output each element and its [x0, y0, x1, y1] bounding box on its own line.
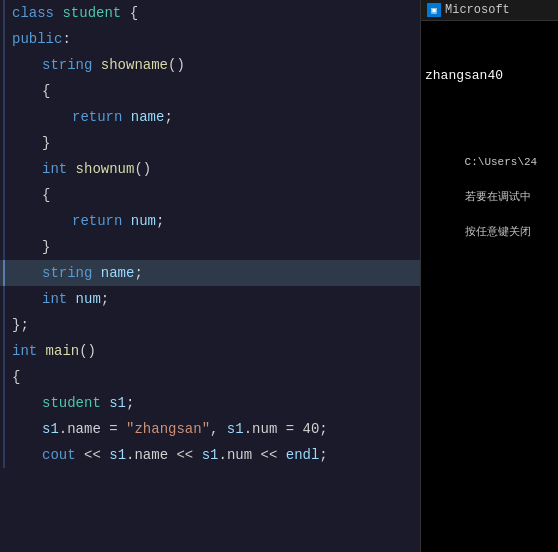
code-text: int main() — [8, 338, 96, 364]
code-line: } — [0, 130, 420, 156]
code-text: { — [8, 182, 50, 208]
code-line: } — [0, 234, 420, 260]
console-output: zhangsan40 — [425, 66, 554, 86]
code-line: { — [0, 78, 420, 104]
code-line: cout << s1.name << s1.num << endl; — [0, 442, 420, 468]
code-line: { — [0, 182, 420, 208]
code-line: student s1; — [0, 390, 420, 416]
code-text: int num; — [8, 286, 109, 312]
code-text: { — [8, 78, 50, 104]
code-text: string name; — [8, 260, 143, 286]
code-line: return num; — [0, 208, 420, 234]
code-text: return num; — [8, 208, 164, 234]
code-text: } — [8, 130, 50, 156]
code-text: s1.name = "zhangsan", s1.num = 40; — [8, 416, 328, 442]
code-editor[interactable]: class student {public:string showname(){… — [0, 0, 420, 552]
code-text: } — [8, 234, 50, 260]
console-icon: ▣ — [427, 3, 441, 17]
code-line: int main() — [0, 338, 420, 364]
code-line: class student { — [0, 0, 420, 26]
console-body: zhangsan40 C:\Users\24 若要在调试中 按任意键关闭 — [421, 21, 558, 552]
code-text: cout << s1.name << s1.num << endl; — [8, 442, 328, 468]
console-title: Microsoft — [445, 3, 510, 17]
code-line: { — [0, 364, 420, 390]
code-line: string showname() — [0, 52, 420, 78]
code-text: public: — [8, 26, 71, 52]
code-line: s1.name = "zhangsan", s1.num = 40; — [0, 416, 420, 442]
code-line: int shownum() — [0, 156, 420, 182]
code-text: class student { — [8, 0, 138, 26]
console-panel: ▣ Microsoft zhangsan40 C:\Users\24 若要在调试… — [420, 0, 558, 552]
code-line: int num; — [0, 286, 420, 312]
code-text: }; — [8, 312, 29, 338]
console-titlebar: ▣ Microsoft — [421, 0, 558, 21]
code-text: return name; — [8, 104, 173, 130]
code-line: string name; — [0, 260, 420, 286]
code-text: student s1; — [8, 390, 134, 416]
code-text: int shownum() — [8, 156, 151, 182]
code-line: }; — [0, 312, 420, 338]
console-path: C:\Users\24 若要在调试中 按任意键关闭 — [425, 137, 554, 260]
code-text: { — [8, 364, 20, 390]
code-line: public: — [0, 26, 420, 52]
code-text: string showname() — [8, 52, 185, 78]
code-line: return name; — [0, 104, 420, 130]
